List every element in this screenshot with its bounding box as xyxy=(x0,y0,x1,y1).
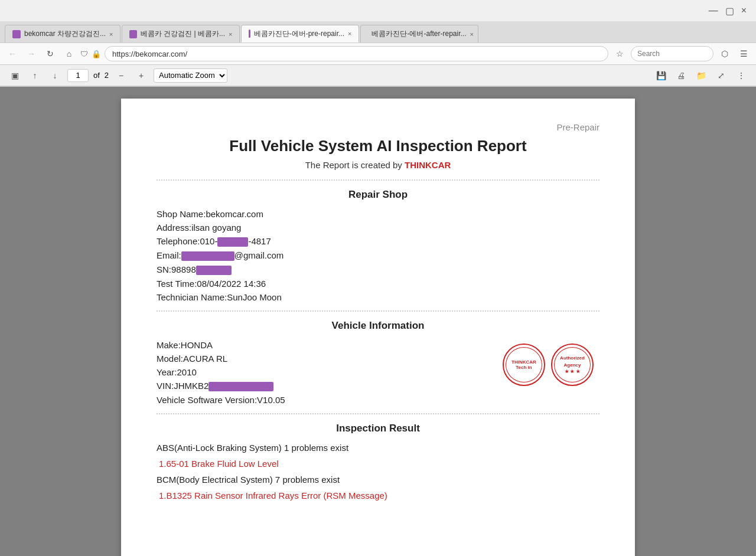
shop-name-label: Shop Name: xyxy=(157,209,206,219)
software-value: V10.05 xyxy=(257,395,285,405)
tabs-bar: bekomcar 차량건강검진... × 베콤카 건강검진 | 베콤카... ×… xyxy=(0,21,756,42)
software-row: Vehicle Software Version:V10.05 xyxy=(157,395,599,405)
inspection-result-title: Inspection Result xyxy=(157,423,599,434)
make-value: HONDA xyxy=(181,340,213,350)
maximize-button[interactable]: ▢ xyxy=(725,5,734,17)
extensions-button[interactable]: ⬡ xyxy=(717,46,732,61)
abs-system-label: ABS(Anti-Lock Braking System) 1 problems… xyxy=(157,443,348,453)
tab-close-1[interactable]: × xyxy=(109,31,113,38)
tab-label-1: bekomcar 차량건강검진... xyxy=(24,29,106,39)
home-button[interactable]: ⌂ xyxy=(61,46,77,61)
telephone-prefix: 010- xyxy=(200,236,217,246)
bookmark-button[interactable]: ☆ xyxy=(612,46,627,61)
pdf-zoom-in[interactable]: + xyxy=(133,68,149,83)
tab-favicon-2 xyxy=(129,30,136,38)
vin-label: VIN: xyxy=(157,381,174,391)
model-label: Model: xyxy=(157,354,183,364)
divider-2 xyxy=(157,310,599,312)
pdf-page-of: of xyxy=(93,71,100,80)
pdf-sidebar-toggle[interactable]: ▣ xyxy=(7,68,22,83)
pdf-nav-up[interactable]: ↑ xyxy=(27,68,43,83)
address-bar[interactable] xyxy=(105,46,608,61)
thinkcar-brand: THINKCAR xyxy=(405,160,451,170)
telephone-label: Telephone: xyxy=(157,236,200,246)
shop-name-value: bekomcar.com xyxy=(206,209,263,219)
minimize-button[interactable]: — xyxy=(709,5,718,17)
tab-label-3: 베콤카진단-에버-pre-repair... xyxy=(254,29,344,39)
refresh-button[interactable]: ↻ xyxy=(43,46,58,61)
tab-label-2: 베콤카 건강검진 | 베콤카... xyxy=(141,29,225,39)
test-time-row: Test Time:08/04/2022 14:36 xyxy=(157,279,599,289)
pdf-expand-button[interactable]: ⤢ xyxy=(713,68,729,83)
report-title: Full Vehicle System AI Inspection Report xyxy=(157,137,599,155)
test-time-label: Test Time: xyxy=(157,279,197,289)
telephone-redacted xyxy=(217,237,248,247)
pdf-options-button[interactable]: ⋮ xyxy=(734,68,749,83)
stamp-inner-1: THINKCAR Tech in xyxy=(506,347,542,382)
email-redacted xyxy=(181,251,234,261)
thinkcar-stamp: THINKCAR Tech in xyxy=(503,344,545,386)
technician-value: SunJoo Moon xyxy=(227,292,282,302)
abs-error-text-1: 1.65-01 Brake Fluid Low Level xyxy=(159,459,279,469)
back-button[interactable]: ← xyxy=(5,46,20,61)
technician-label: Technician Name: xyxy=(157,292,227,302)
forward-button[interactable]: → xyxy=(24,46,39,61)
pdf-page-total: 2 xyxy=(105,71,109,80)
tab-close-3[interactable]: × xyxy=(348,30,351,37)
tab-bekomcar2[interactable]: 베콤카 건강검진 | 베콤카... × xyxy=(122,25,240,42)
test-time-value: 08/04/2022 14:36 xyxy=(197,279,266,289)
pdf-toolbar: ▣ ↑ ↓ of 2 − + Automatic Zoom 💾 🖨 📁 ⤢ ⋮ xyxy=(0,65,756,86)
tab-favicon-1 xyxy=(12,30,21,38)
software-label: Vehicle Software Version: xyxy=(157,395,257,405)
bcm-error-1: 1.B1325 Rain Sensor Infrared Rays Error … xyxy=(159,490,599,501)
technician-row: Technician Name:SunJoo Moon xyxy=(157,292,599,302)
pdf-zoom-out[interactable]: − xyxy=(113,68,129,83)
address-row: Address:ilsan goyang xyxy=(157,223,599,233)
stamp-inner-2: Authorized Agency ★ ★ ★ xyxy=(554,347,591,382)
pdf-nav-down[interactable]: ↓ xyxy=(47,68,63,83)
pdf-page-input[interactable] xyxy=(67,69,89,82)
shield-icon: 🛡 xyxy=(80,50,88,58)
address-value: ilsan goyang xyxy=(191,223,241,233)
search-input[interactable] xyxy=(631,46,713,61)
year-value: 2010 xyxy=(177,367,196,377)
authorized-stamp: Authorized Agency ★ ★ ★ xyxy=(551,344,594,386)
sn-row: SN:98898 xyxy=(157,264,599,275)
report-subtitle: The Report is created by THINKCAR xyxy=(157,160,599,170)
pdf-page: Pre-Repair Full Vehicle System AI Inspec… xyxy=(121,99,635,556)
telephone-row: Telephone:010--4817 xyxy=(157,236,599,247)
vin-prefix: JHMKB2 xyxy=(174,381,208,391)
model-value: ACURA RL xyxy=(183,354,227,364)
tab-favicon-3 xyxy=(249,30,250,38)
pdf-save-button[interactable]: 💾 xyxy=(653,68,669,83)
menu-button[interactable]: ☰ xyxy=(736,46,751,61)
email-label: Email: xyxy=(157,250,181,260)
pdf-zoom-select[interactable]: Automatic Zoom xyxy=(154,68,227,83)
tab-label-4: 베콤카진단-에버-after-repair... xyxy=(372,29,466,39)
make-label: Make: xyxy=(157,340,181,350)
tab-close-2[interactable]: × xyxy=(229,31,232,38)
bcm-system-item: BCM(Body Electrical System) 7 problems e… xyxy=(157,475,599,485)
address-label: Address: xyxy=(157,223,191,233)
sn-label: SN: xyxy=(157,264,171,274)
email-row: Email:@gmail.com xyxy=(157,250,599,261)
email-suffix: @gmail.com xyxy=(234,250,284,260)
stamp2-text: Authorized Agency ★ ★ ★ xyxy=(560,355,585,375)
shop-name-row: Shop Name:bekomcar.com xyxy=(157,209,599,219)
bcm-system-label: BCM(Body Electrical System) 7 problems e… xyxy=(157,475,340,485)
divider-1 xyxy=(157,179,599,181)
pre-repair-label: Pre-Repair xyxy=(157,122,599,132)
close-button[interactable]: × xyxy=(741,5,747,17)
tab-after-repair[interactable]: 베콤카진단-에버-after-repair... × xyxy=(360,25,478,42)
pdf-print-button[interactable]: 🖨 xyxy=(673,68,689,83)
subtitle-prefix: The Report is created by xyxy=(305,160,405,170)
tab-close-4[interactable]: × xyxy=(470,31,474,38)
stamp1-text: THINKCAR Tech in xyxy=(511,359,536,371)
sn-prefix: 98898 xyxy=(171,264,196,274)
pdf-folder-button[interactable]: 📁 xyxy=(693,68,709,83)
tab-bekomcar1[interactable]: bekomcar 차량건강검진... × xyxy=(5,25,120,42)
vehicle-info-title: Vehicle Information xyxy=(157,320,599,332)
lock-icon: 🔒 xyxy=(92,50,101,58)
year-label: Year: xyxy=(157,367,177,377)
tab-pre-repair[interactable]: 베콤카진단-에버-pre-repair... × xyxy=(241,25,359,42)
